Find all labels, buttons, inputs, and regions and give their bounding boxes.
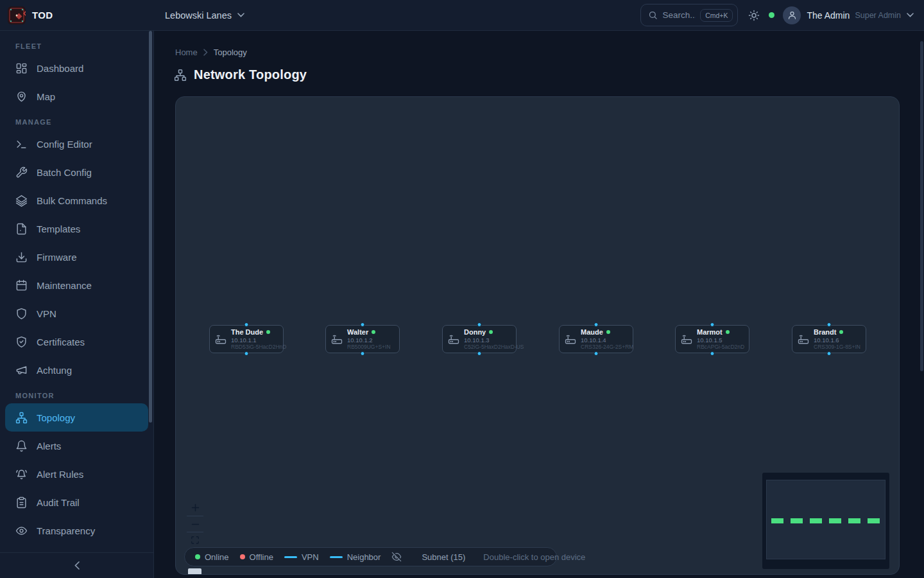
node-handle-bottom[interactable] bbox=[594, 351, 599, 356]
node-handle-top[interactable] bbox=[361, 322, 365, 327]
legend-subnet-label: Subnet (15) bbox=[422, 552, 465, 562]
sidebar-item-achtung[interactable]: Achtung bbox=[5, 356, 148, 384]
tenant-name: Lebowski Lanes bbox=[165, 10, 232, 21]
tenant-switcher[interactable]: Lebowski Lanes bbox=[165, 10, 244, 21]
node-handle-top[interactable] bbox=[477, 322, 482, 327]
online-dot bbox=[195, 554, 200, 559]
download-icon bbox=[15, 251, 28, 263]
fit-view-button[interactable] bbox=[187, 532, 203, 548]
topbar-right: Cmd+K The Admin Super Admin bbox=[640, 4, 924, 26]
node-ip: 10.10.1.4 bbox=[581, 337, 628, 344]
sidebar-item-certificates[interactable]: Certificates bbox=[5, 328, 148, 356]
avatar[interactable] bbox=[783, 6, 801, 24]
page-scrollbar[interactable] bbox=[920, 41, 923, 371]
legend-offline-label: Offline bbox=[250, 552, 273, 562]
sidebar-item-firmware[interactable]: Firmware bbox=[5, 243, 148, 271]
vpn-line-swatch bbox=[284, 556, 297, 558]
breadcrumb: Home Topology bbox=[175, 48, 247, 57]
clipboard-icon bbox=[15, 496, 28, 509]
sidebar-item-label: Alerts bbox=[37, 441, 61, 451]
global-search[interactable]: Cmd+K bbox=[640, 4, 738, 26]
layers-icon bbox=[15, 195, 28, 207]
search-icon bbox=[648, 10, 658, 20]
minimap-node bbox=[868, 518, 880, 523]
node-handle-bottom[interactable] bbox=[244, 351, 249, 356]
user-icon bbox=[787, 10, 797, 20]
sidebar-item-alert-rules[interactable]: Alert Rules bbox=[5, 460, 148, 488]
sidebar-item-templates[interactable]: Templates bbox=[5, 215, 148, 243]
hide-labels-button[interactable] bbox=[391, 552, 402, 562]
node-handle-bottom[interactable] bbox=[827, 351, 832, 356]
node-handle-bottom[interactable] bbox=[710, 351, 715, 356]
device-node-donny[interactable]: Donny 10.10.1.3 C52iG-5HaxD2HaxD-US bbox=[442, 325, 517, 353]
node-handle-bottom[interactable] bbox=[361, 351, 365, 356]
sidebar-item-transparency[interactable]: Transparency bbox=[5, 516, 148, 545]
sidebar-item-label: Dashboard bbox=[37, 63, 83, 74]
user-menu-button[interactable] bbox=[907, 13, 914, 17]
node-model: CRS309-1G-8S+IN bbox=[814, 344, 860, 350]
node-ip: 10.10.1.2 bbox=[347, 337, 391, 344]
connection-status-dot bbox=[769, 12, 774, 18]
brand: TOD bbox=[0, 6, 154, 24]
shield-check-icon bbox=[15, 336, 28, 348]
chevron-left-icon bbox=[74, 561, 80, 570]
device-node-maude[interactable]: Maude 10.10.1.4 CRS326-24G-2S+RM bbox=[559, 325, 633, 353]
eye-icon bbox=[15, 525, 28, 537]
device-node-walter[interactable]: Walter 10.10.1.2 RB5009UG+S+IN bbox=[325, 325, 400, 353]
minimap-node bbox=[848, 518, 860, 523]
file-icon bbox=[15, 223, 28, 235]
device-node-brandt[interactable]: Brandt 10.10.1.6 CRS309-1G-8S+IN bbox=[792, 325, 866, 353]
breadcrumb-home[interactable]: Home bbox=[175, 48, 198, 57]
router-icon bbox=[798, 333, 809, 345]
zoom-out-button[interactable] bbox=[187, 516, 203, 532]
sidebar-scrollbar[interactable] bbox=[149, 31, 152, 423]
legend-neighbor-label: Neighbor bbox=[347, 552, 381, 562]
node-status-dot bbox=[266, 330, 270, 334]
bell-ring-icon bbox=[15, 468, 28, 480]
sidebar-item-map[interactable]: Map bbox=[5, 82, 148, 110]
sidebar-item-audit-trail[interactable]: Audit Trail bbox=[5, 488, 148, 516]
node-ip: 10.10.1.5 bbox=[697, 337, 744, 344]
sidebar-item-label: Alert Rules bbox=[37, 469, 83, 480]
sidebar-item-label: Bulk Commands bbox=[37, 195, 107, 206]
minimap-node bbox=[829, 518, 841, 523]
sidebar-item-topology[interactable]: Topology bbox=[5, 403, 148, 432]
sidebar-item-bulk-commands[interactable]: Bulk Commands bbox=[5, 186, 148, 215]
sidebar-item-dashboard[interactable]: Dashboard bbox=[5, 54, 148, 82]
theme-toggle-button[interactable] bbox=[748, 10, 760, 21]
minimap[interactable] bbox=[762, 473, 889, 569]
legend-online-label: Online bbox=[205, 552, 229, 562]
toggle-interactivity-button[interactable] bbox=[188, 568, 201, 575]
page-title-row: Network Topology bbox=[174, 67, 307, 82]
device-node-the-dude[interactable]: The Dude 10.10.1.1 RBD53iG-5HacD2HnD bbox=[209, 325, 284, 353]
terminal-icon bbox=[15, 138, 28, 150]
node-handle-top[interactable] bbox=[827, 322, 832, 327]
sidebar-item-vpn[interactable]: VPN bbox=[5, 299, 148, 328]
megaphone-icon bbox=[15, 364, 28, 376]
sidebar-collapse-button[interactable] bbox=[0, 552, 153, 578]
sidebar-item-label: Config Editor bbox=[37, 139, 92, 150]
zoom-in-button[interactable] bbox=[187, 500, 203, 516]
fit-view-icon bbox=[191, 536, 200, 545]
node-handle-top[interactable] bbox=[244, 322, 249, 327]
search-input[interactable] bbox=[662, 10, 696, 20]
sidebar-item-alerts[interactable]: Alerts bbox=[5, 432, 148, 460]
sidebar-item-label: Topology bbox=[37, 412, 75, 423]
device-node-marmot[interactable]: Marmot 10.10.1.5 RBcAPGi-5acD2nD bbox=[675, 325, 749, 353]
sidebar-item-label: Firmware bbox=[37, 252, 77, 263]
chevron-right-icon bbox=[203, 49, 208, 56]
node-handle-top[interactable] bbox=[710, 322, 715, 327]
topology-canvas[interactable]: The Dude 10.10.1.1 RBD53iG-5HacD2HnD Wal… bbox=[175, 96, 900, 575]
node-name: Marmot bbox=[697, 328, 723, 337]
node-handle-top[interactable] bbox=[594, 322, 599, 327]
sidebar-item-batch-config[interactable]: Batch Config bbox=[5, 158, 148, 186]
node-handle-bottom[interactable] bbox=[477, 351, 482, 356]
user-name: The Admin bbox=[807, 10, 850, 21]
brand-name: TOD bbox=[32, 10, 53, 21]
legend-neighbor: Neighbor bbox=[330, 552, 381, 562]
section-label-monitor: MONITOR bbox=[5, 384, 148, 403]
legend-vpn: VPN bbox=[284, 552, 319, 562]
legend-hint: Double-click to open device bbox=[483, 552, 585, 562]
sidebar-item-config-editor[interactable]: Config Editor bbox=[5, 130, 148, 158]
sidebar-item-maintenance[interactable]: Maintenance bbox=[5, 271, 148, 299]
